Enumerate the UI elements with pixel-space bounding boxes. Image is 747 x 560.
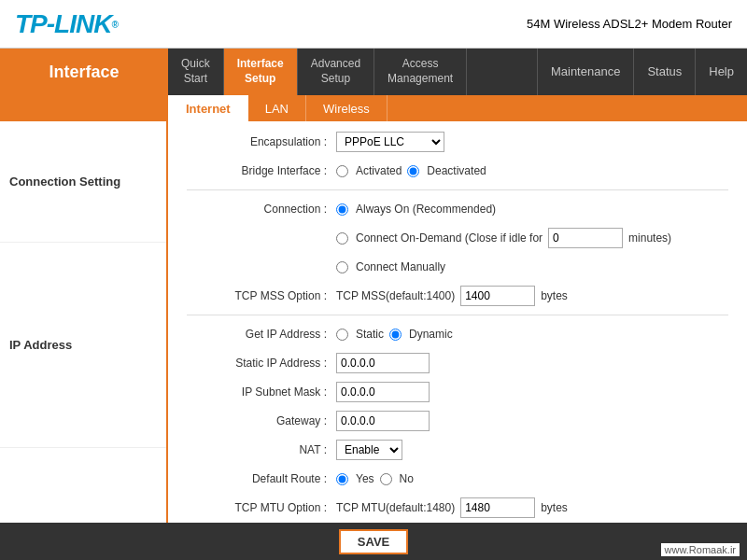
tab-status[interactable]: Status — [633, 49, 695, 95]
watermark: www.Romaak.ir — [661, 543, 740, 556]
bridge-activated-radio[interactable] — [336, 165, 348, 177]
always-on-label[interactable]: Always On (Recommended) — [356, 203, 496, 216]
idle-time-input[interactable] — [548, 228, 623, 248]
subnet-mask-control — [336, 382, 430, 402]
tcp-mtu-row: TCP MTU Option : TCP MTU(default:1480) b… — [187, 497, 728, 519]
nav-tabs: Quick Start Interface Setup Advanced Set… — [168, 49, 537, 95]
nat-control: Enable Disable — [336, 440, 402, 460]
get-ip-control: Static Dynamic — [336, 328, 453, 341]
connect-on-demand-control: Connect On-Demand (Close if idle for min… — [336, 228, 671, 248]
minutes-label: minutes) — [628, 231, 671, 245]
connect-manually-control: Connect Manually — [336, 260, 445, 273]
content-wrapper: Connection Setting IP Address Encapsulat… — [0, 121, 747, 523]
connection-setting-label: Connection Setting — [0, 121, 166, 243]
default-route-yes-radio[interactable] — [336, 473, 348, 485]
tab-maintenance[interactable]: Maintenance — [537, 49, 633, 95]
subnet-mask-row: IP Subnet Mask : — [187, 381, 728, 403]
tcp-mss-row: TCP MSS Option : TCP MSS(default:1400) b… — [187, 285, 728, 307]
ip-static-radio[interactable] — [336, 329, 348, 341]
encapsulation-control: PPPoE LLC PPPoE VC-Mux IPoE LLC IPoE VC-… — [336, 132, 444, 152]
subnet-mask-input[interactable] — [336, 382, 430, 402]
connection-manually-row: Connect Manually — [187, 256, 728, 278]
logo: TP-LINK® — [15, 9, 118, 39]
connect-manually-label[interactable]: Connect Manually — [356, 260, 445, 273]
tab-help[interactable]: Help — [695, 49, 747, 95]
footer: SAVE — [0, 523, 747, 560]
save-button[interactable]: SAVE — [339, 529, 408, 554]
default-route-no-label[interactable]: No — [400, 472, 414, 485]
static-ip-row: Static IP Address : — [187, 352, 728, 374]
tcp-mtu-label: TCP MTU Option : — [187, 501, 336, 514]
nat-select[interactable]: Enable Disable — [336, 440, 402, 460]
gateway-input[interactable] — [336, 411, 430, 431]
tab-advanced-setup[interactable]: Advanced Setup — [298, 49, 374, 95]
get-ip-row: Get IP Address : Static Dynamic — [187, 323, 728, 345]
bridge-interface-label: Bridge Interface : — [187, 164, 336, 177]
tcp-mss-label: TCP MSS Option : — [187, 289, 336, 302]
subtab-internet[interactable]: Internet — [168, 95, 248, 121]
ip-dynamic-radio[interactable] — [389, 329, 402, 341]
ip-address-label: IP Address — [0, 243, 166, 448]
sidebar-labels: Connection Setting IP Address — [0, 121, 168, 523]
bridge-interface-control: Activated Deactivated — [336, 164, 486, 177]
connection-label: Connection : — [187, 203, 336, 216]
default-route-yes-label[interactable]: Yes — [356, 472, 374, 485]
connect-on-demand-radio[interactable] — [336, 232, 348, 245]
connect-on-demand-label[interactable]: Connect On-Demand (Close if idle for — [356, 231, 543, 245]
tcp-mtu-hint: TCP MTU(default:1480) — [336, 501, 455, 514]
get-ip-label: Get IP Address : — [187, 328, 336, 341]
tcp-mss-suffix: bytes — [541, 289, 568, 302]
static-ip-control — [336, 353, 430, 373]
static-ip-label: Static IP Address : — [187, 357, 336, 370]
tab-quick-start[interactable]: Quick Start — [168, 49, 224, 95]
tcp-mtu-suffix: bytes — [541, 501, 568, 514]
default-route-row: Default Route : Yes No — [187, 468, 728, 490]
nav-sidebar-label: Interface — [0, 49, 168, 95]
tcp-mss-input[interactable] — [460, 286, 535, 306]
device-name: 54M Wireless ADSL2+ Modem Router — [527, 17, 732, 31]
connect-manually-radio[interactable] — [336, 261, 348, 273]
static-ip-input[interactable] — [336, 353, 430, 373]
bridge-deactivated-label[interactable]: Deactivated — [427, 164, 486, 177]
encapsulation-row: Encapsulation : PPPoE LLC PPPoE VC-Mux I… — [187, 131, 728, 153]
default-route-control: Yes No — [336, 472, 414, 485]
nat-label: NAT : — [187, 443, 336, 456]
encapsulation-label: Encapsulation : — [187, 135, 336, 148]
encapsulation-select[interactable]: PPPoE LLC PPPoE VC-Mux IPoE LLC IPoE VC-… — [336, 132, 444, 152]
ip-dynamic-label[interactable]: Dynamic — [409, 328, 453, 341]
gateway-row: Gateway : — [187, 410, 728, 432]
bridge-activated-label[interactable]: Activated — [356, 164, 402, 177]
tcp-mtu-control: TCP MTU(default:1480) bytes — [336, 497, 568, 518]
bridge-interface-row: Bridge Interface : Activated Deactivated — [187, 160, 728, 182]
tcp-mtu-input[interactable] — [460, 497, 535, 518]
gateway-label: Gateway : — [187, 414, 336, 427]
bridge-deactivated-radio[interactable] — [407, 165, 419, 177]
subtab-lan[interactable]: LAN — [248, 95, 306, 121]
connection-always-on-row: Connection : Always On (Recommended) — [187, 198, 728, 220]
main-content: Encapsulation : PPPoE LLC PPPoE VC-Mux I… — [168, 121, 747, 523]
sub-tabs: Internet LAN Wireless — [0, 95, 747, 121]
nav-tabs-right: Maintenance Status Help — [537, 49, 747, 95]
connection-on-demand-row: Connect On-Demand (Close if idle for min… — [187, 227, 728, 249]
default-route-no-radio[interactable] — [380, 473, 392, 485]
ip-static-label[interactable]: Static — [356, 328, 384, 341]
tab-interface-setup[interactable]: Interface Setup — [224, 49, 298, 95]
default-route-label: Default Route : — [187, 472, 336, 485]
subtab-wireless[interactable]: Wireless — [306, 95, 388, 121]
subnet-mask-label: IP Subnet Mask : — [187, 385, 336, 399]
connection-always-on-control: Always On (Recommended) — [336, 203, 496, 216]
tcp-mss-hint: TCP MSS(default:1400) — [336, 289, 455, 302]
tab-access-management[interactable]: Access Management — [374, 49, 467, 95]
tcp-mss-control: TCP MSS(default:1400) bytes — [336, 286, 568, 306]
header: TP-LINK® 54M Wireless ADSL2+ Modem Route… — [0, 0, 747, 49]
nav-bar: Interface Quick Start Interface Setup Ad… — [0, 49, 747, 95]
gateway-control — [336, 411, 430, 431]
nat-row: NAT : Enable Disable — [187, 439, 728, 461]
always-on-radio[interactable] — [336, 203, 348, 216]
